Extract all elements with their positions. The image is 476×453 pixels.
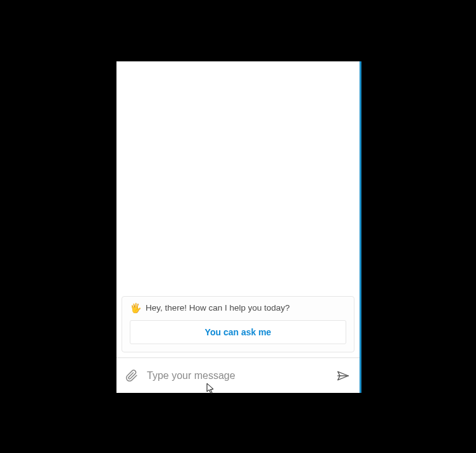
wave-icon: 🖐 xyxy=(130,303,142,313)
input-bar xyxy=(116,357,360,393)
send-button[interactable] xyxy=(334,368,352,383)
greeting-row: 🖐 Hey, there! How can I help you today? xyxy=(130,303,346,313)
greeting-text: Hey, there! How can I help you today? xyxy=(146,303,290,313)
message-input[interactable] xyxy=(147,370,327,382)
attach-button[interactable] xyxy=(124,368,139,384)
paperclip-icon xyxy=(125,369,138,383)
greeting-card: 🖐 Hey, there! How can I help you today? … xyxy=(122,296,354,352)
send-icon xyxy=(335,369,351,382)
suggestion-button[interactable]: You can ask me xyxy=(130,320,346,344)
chat-scroll-area: 🖐 Hey, there! How can I help you today? … xyxy=(116,61,360,357)
chat-window: 🖐 Hey, there! How can I help you today? … xyxy=(116,61,361,393)
